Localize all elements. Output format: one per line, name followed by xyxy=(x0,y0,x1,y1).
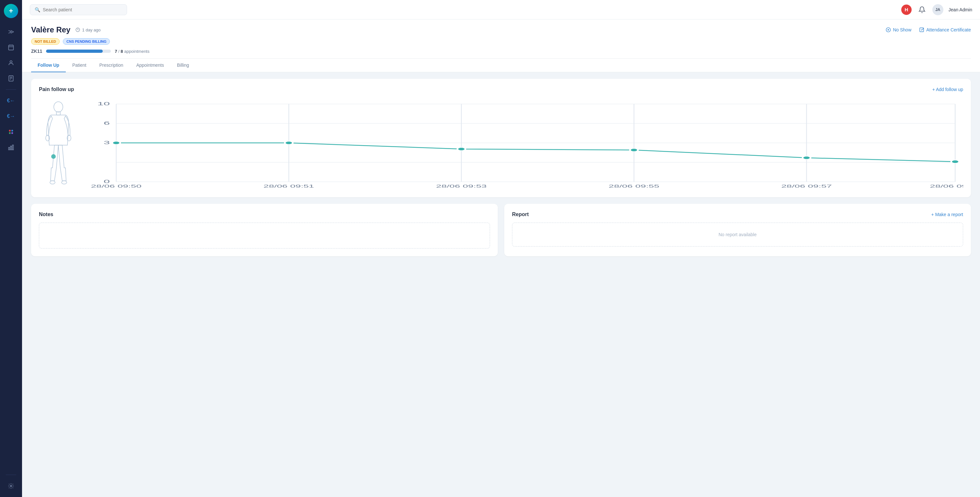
svg-point-9 xyxy=(9,130,11,132)
report-header: Report + Make a report xyxy=(512,211,963,218)
patient-name: Valère Rey xyxy=(31,25,70,34)
svg-point-49 xyxy=(951,160,959,163)
svg-point-47 xyxy=(630,148,638,152)
svg-point-12 xyxy=(11,132,13,134)
certificate-icon xyxy=(919,27,924,32)
sidebar-item-patients[interactable] xyxy=(4,56,18,70)
tab-prescription[interactable]: Prescription xyxy=(93,59,130,72)
tab-follow-up[interactable]: Follow Up xyxy=(31,59,66,72)
svg-rect-21 xyxy=(920,28,924,32)
report-empty: No report available xyxy=(512,222,963,246)
tab-billing[interactable]: Billing xyxy=(170,59,196,72)
badges-row: NOT BILLED CNS PENDING BILLING xyxy=(31,38,971,45)
body-svg xyxy=(42,100,75,187)
user-avatar: JA xyxy=(932,4,943,15)
patient-time: 1 day ago xyxy=(75,27,100,32)
sidebar-item-calendar[interactable] xyxy=(4,40,18,54)
user-name: Jean Admin xyxy=(948,7,972,12)
svg-point-28 xyxy=(51,154,56,159)
notes-title: Notes xyxy=(39,211,53,218)
patient-actions: No Show Attendance Certificate xyxy=(886,27,971,32)
content-area: Pain follow up + Add follow up xyxy=(22,72,980,269)
svg-text:28/06 09:53: 28/06 09:53 xyxy=(436,184,487,188)
no-show-button[interactable]: No Show xyxy=(886,27,911,32)
svg-point-44 xyxy=(112,141,120,144)
pain-chart: 10 6 3 0 xyxy=(84,97,963,188)
add-followup-button[interactable]: + Add follow up xyxy=(932,87,963,92)
svg-rect-0 xyxy=(9,45,14,50)
svg-point-4 xyxy=(10,60,12,63)
sidebar-item-analytics[interactable] xyxy=(4,140,18,154)
time-ago: 1 day ago xyxy=(82,27,100,32)
svg-point-27 xyxy=(62,181,67,184)
progress-row: ZK11 7 / 8 appointments xyxy=(31,49,971,54)
search-icon: 🔍 xyxy=(35,7,40,12)
svg-point-46 xyxy=(457,148,465,151)
tab-appointments[interactable]: Appointments xyxy=(130,59,170,72)
svg-text:28/06 09:51: 28/06 09:51 xyxy=(264,184,314,188)
page: Valère Rey 1 day ago No Show xyxy=(22,19,980,497)
svg-text:0: 0 xyxy=(104,179,110,184)
progress-fill xyxy=(46,49,103,53)
svg-point-22 xyxy=(54,102,63,112)
report-title: Report xyxy=(512,211,529,218)
report-empty-text: No report available xyxy=(719,232,757,237)
sidebar-item-records[interactable] xyxy=(4,71,18,86)
search-input[interactable] xyxy=(43,7,122,12)
tab-patient[interactable]: Patient xyxy=(66,59,93,72)
program-code: ZK11 xyxy=(31,49,42,54)
svg-point-11 xyxy=(9,132,11,134)
sidebar-item-collapse[interactable]: ≫ xyxy=(4,25,18,39)
svg-rect-14 xyxy=(10,146,11,150)
sidebar-item-settings[interactable] xyxy=(4,479,18,493)
notification-button[interactable] xyxy=(917,5,927,15)
svg-point-48 xyxy=(802,156,810,159)
svg-rect-15 xyxy=(12,145,13,150)
card-header: Pain follow up + Add follow up xyxy=(39,86,963,92)
attendance-certificate-button[interactable]: Attendance Certificate xyxy=(919,27,971,32)
progress-text: 7 / 8 appointments xyxy=(115,49,150,54)
svg-text:28/06 09:50: 28/06 09:50 xyxy=(91,184,142,188)
svg-point-45 xyxy=(285,141,293,144)
tabs-row: Follow Up Patient Prescription Appointme… xyxy=(31,58,971,72)
svg-text:10: 10 xyxy=(97,101,110,106)
chart-area: 10 6 3 0 xyxy=(84,97,963,189)
svg-rect-13 xyxy=(9,148,10,150)
svg-text:28/06 09:55: 28/06 09:55 xyxy=(609,184,659,188)
app-logo[interactable]: + xyxy=(4,4,18,18)
no-show-icon xyxy=(886,27,891,32)
svg-point-26 xyxy=(50,181,55,184)
sidebar-item-apps[interactable] xyxy=(4,125,18,139)
notes-area[interactable] xyxy=(39,222,490,249)
card-title: Pain follow up xyxy=(39,86,74,92)
sidebar-item-nav-right[interactable]: €→ xyxy=(4,109,18,124)
help-button[interactable]: H xyxy=(901,5,912,15)
svg-text:28/06 09:57: 28/06 09:57 xyxy=(781,184,832,188)
sidebar-item-nav-left[interactable]: €← xyxy=(4,94,18,108)
topbar-right: H JA Jean Admin xyxy=(901,4,972,15)
svg-text:6: 6 xyxy=(104,121,110,126)
main-content: 🔍 H JA Jean Admin Valère Rey xyxy=(22,0,980,497)
make-report-button[interactable]: + Make a report xyxy=(931,212,963,217)
chart-container: 10 6 3 0 xyxy=(39,97,963,189)
svg-text:28/06 09:58: 28/06 09:58 xyxy=(930,184,963,188)
report-card: Report + Make a report No report availab… xyxy=(504,204,971,256)
notes-header: Notes xyxy=(39,211,490,218)
badge-cns: CNS PENDING BILLING xyxy=(63,38,110,45)
pain-followup-card: Pain follow up + Add follow up xyxy=(31,79,971,197)
bottom-row: Notes Report + Make a report No report a… xyxy=(31,204,971,263)
svg-text:3: 3 xyxy=(104,140,110,145)
svg-point-16 xyxy=(10,485,12,487)
progress-bar xyxy=(46,49,111,53)
sidebar: + ≫ €← €→ xyxy=(0,0,22,497)
patient-title-left: Valère Rey 1 day ago xyxy=(31,25,101,34)
svg-point-10 xyxy=(11,130,13,132)
body-figure xyxy=(39,97,78,189)
sidebar-divider-bottom xyxy=(6,475,16,475)
sidebar-divider xyxy=(6,89,16,90)
badge-not-billed: NOT BILLED xyxy=(31,38,60,45)
search-container[interactable]: 🔍 xyxy=(30,4,127,15)
clock-icon xyxy=(75,27,80,32)
patient-header: Valère Rey 1 day ago No Show xyxy=(22,19,980,72)
patient-title-row: Valère Rey 1 day ago No Show xyxy=(31,25,971,34)
